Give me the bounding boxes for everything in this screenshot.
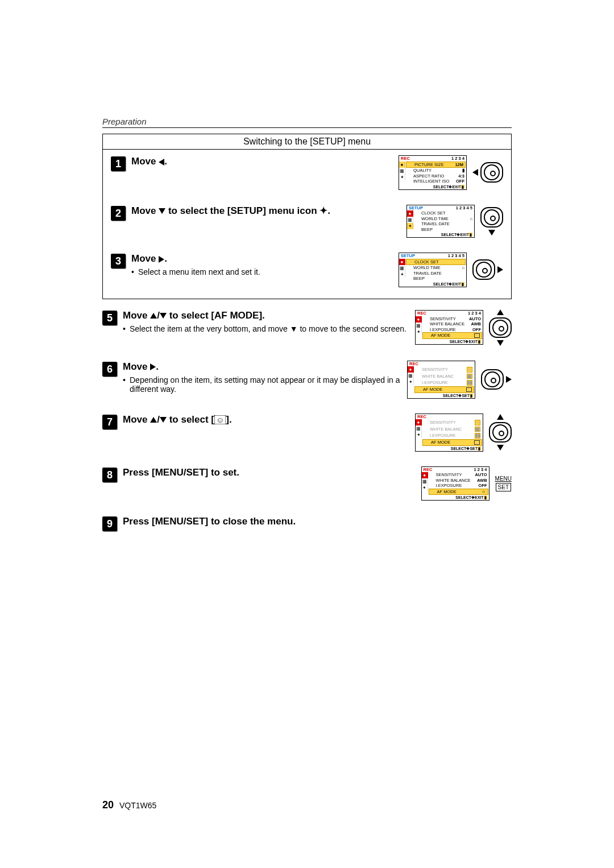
row-label: WHITE BALANC	[422, 374, 454, 379]
screen-pages: 1 2 3 4	[451, 156, 464, 161]
step-number-badge: 2	[111, 206, 126, 221]
step-number-badge: 6	[102, 362, 117, 377]
step-title: Press [MENU/SET] to close the menu.	[123, 515, 512, 528]
menu-tag-icon: ▮	[478, 447, 481, 450]
dial-icon	[492, 424, 508, 440]
row-label: AF MODE	[437, 490, 457, 494]
row-label: PICTURE SIZE	[414, 163, 444, 167]
screen-pages: 1 2 3 4 5	[448, 254, 464, 258]
row-label: SENSITIVITY	[430, 317, 456, 321]
text: Move	[123, 361, 150, 372]
screen-pages: 1 2 3 4	[468, 311, 481, 316]
screen-title: REC	[424, 468, 433, 472]
step-5: 5 Move / to select [AF MODE]. Select the…	[102, 309, 512, 346]
step-number-badge: 7	[102, 415, 117, 429]
side-tab-icon: ●	[416, 419, 422, 425]
dial-indicator	[489, 309, 512, 346]
footer-text: SELECT	[451, 447, 467, 450]
row-value: ☺	[475, 420, 480, 425]
step-bullet: Depending on the item, its setting may n…	[123, 375, 401, 394]
section-label: Preparation	[102, 117, 512, 128]
camera-screen-rec: REC1 2 3 4 ● ▦ ✦ SENSITIVITYAUTO WHITE B…	[415, 310, 483, 345]
row-label: CLOCK SET	[421, 211, 446, 216]
row-label: BEEP	[421, 228, 433, 232]
triangle-right-icon	[159, 256, 164, 263]
dial-indicator	[472, 162, 503, 183]
triangle-down-icon	[160, 417, 167, 423]
text: to select the [SETUP] menu icon	[168, 205, 320, 216]
step-7: 7 Move / to select [☺]. REC ● ▦ ✦	[102, 414, 512, 452]
set-label: SET	[496, 483, 511, 491]
row-label: WHITE BALANCE	[436, 478, 471, 483]
row-label: I.EXPOSURE	[430, 328, 456, 332]
side-tab-icon: ✦	[416, 432, 422, 438]
screen-title: REC	[417, 415, 426, 419]
row-label: TRAVEL DATE	[421, 222, 450, 226]
dial-icon	[492, 320, 508, 336]
setup-header: Switching to the [SETUP] menu	[103, 134, 511, 150]
side-tab-icon: ✦	[416, 329, 422, 335]
triangle-up-icon	[497, 414, 504, 420]
row-label: I.EXPOSURE	[422, 381, 448, 385]
page-footer: 20 VQT1W65	[102, 799, 156, 811]
face-detect-icon: ☺	[214, 415, 226, 424]
menu-set-indicator: MENU SET	[495, 476, 512, 491]
row-label: SENSITIVITY	[436, 473, 462, 477]
step-title: Move .	[123, 361, 401, 373]
doc-code: VQT1W65	[119, 801, 156, 810]
setup-box: Switching to the [SETUP] menu 1 Move .	[102, 134, 512, 299]
af-box-icon	[466, 387, 472, 392]
triangle-left-icon	[472, 169, 478, 176]
side-tab-icon: ●	[408, 366, 414, 373]
step-title: Move / to select [AF MODE].	[123, 309, 409, 322]
side-tab-icon: ●	[422, 472, 428, 478]
text: Move	[131, 156, 159, 167]
camera-screen-setup: SETUP1 2 3 4 5 ● ▦ ✦ CLOCK SET WORLD TIM…	[406, 205, 475, 238]
footer-text: SELECT	[443, 394, 459, 398]
step-title: Move to select the [SETUP] menu icon ✦.	[131, 205, 401, 217]
camera-screen-setup: SETUP1 2 3 4 5 ● ▦ ✦ CLOCK SET WORLD TIM…	[399, 253, 467, 287]
screen-title: REC	[417, 311, 426, 316]
row-value: AUTO	[469, 317, 481, 321]
step-8: 8 Press [MENU/SET] to set. REC1 2 3 4 ● …	[102, 466, 512, 501]
footer-text: EXIT	[452, 282, 461, 286]
row-label: AF MODE	[431, 333, 450, 338]
row-label: QUALITY	[413, 168, 432, 173]
side-tab-icon: ✦	[422, 485, 428, 491]
row-label: AF MODE	[431, 440, 450, 445]
row-label: INTELLIGENT ISO	[413, 179, 449, 184]
triangle-up-icon	[150, 417, 157, 423]
row-label: BEEP	[413, 276, 425, 281]
triangle-down-icon	[488, 230, 495, 235]
triangle-left-icon	[159, 159, 164, 166]
step-2: 2 Move to select the [SETUP] menu icon ✦…	[111, 205, 503, 238]
footer-text: EXIT	[452, 185, 461, 189]
side-tab-icon: ▦	[407, 217, 413, 223]
text: Move	[123, 310, 150, 321]
side-tab-icon: ●	[399, 259, 405, 265]
row-label: TRAVEL DATE	[413, 271, 442, 276]
step-title: Move / to select [☺].	[123, 414, 409, 426]
row-value: ☺	[482, 490, 486, 494]
side-tab-icon: ▦	[399, 265, 405, 271]
side-tab-icon: ●	[416, 316, 422, 323]
screen-title: REC	[409, 362, 418, 366]
row-value: 12M	[455, 163, 463, 167]
text: Move	[123, 414, 150, 425]
camera-screen-rec: REC1 2 3 4 ● ▦ ✦ PICTURE SIZE12M QUALITY…	[399, 155, 467, 190]
menu-tag-icon: ▮	[484, 495, 487, 499]
side-tab-icon: ●	[399, 162, 405, 168]
footer-text: SET	[462, 394, 470, 398]
side-tab-icon: ▦	[416, 425, 422, 432]
step-1: 1 Move . REC1 2 3 4 ●	[111, 155, 503, 190]
dial-indicator	[481, 369, 512, 390]
side-tab-icon: ✦	[407, 223, 413, 229]
row-value: 4:3	[458, 174, 464, 179]
text: .	[164, 156, 167, 167]
triangle-down-icon	[497, 340, 504, 346]
footer-text: EXIT	[475, 495, 484, 499]
footer-text: SET	[470, 447, 478, 450]
row-value: ⌂	[462, 266, 464, 270]
side-tab-icon: ✦	[399, 174, 405, 180]
menu-tag-icon: ▮	[470, 394, 473, 398]
